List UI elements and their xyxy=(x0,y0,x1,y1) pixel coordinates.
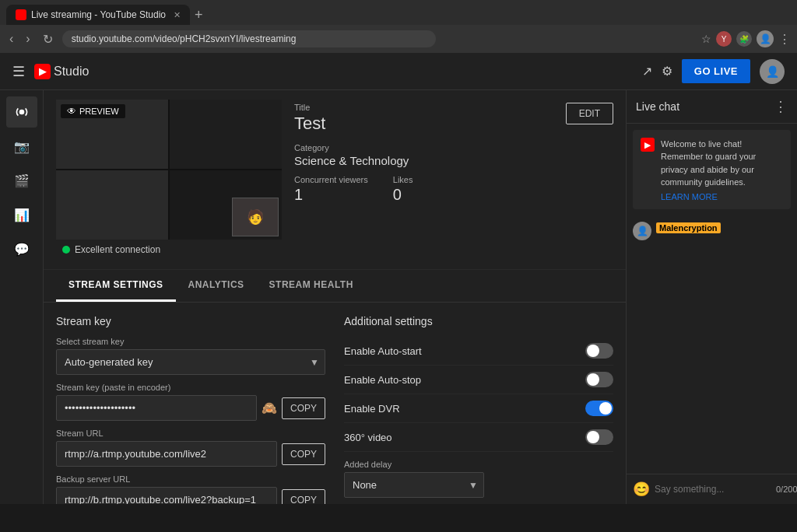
select-stream-key-group: Select stream key Auto-generated key ▼ xyxy=(56,337,325,375)
emoji-button[interactable]: 😊 xyxy=(633,481,650,498)
viewers-value: 1 xyxy=(294,186,368,204)
360-label: 360° video xyxy=(344,432,392,443)
tab-title: Live streaming - YouTube Studio xyxy=(31,9,166,20)
yt-badge: ▶ xyxy=(34,64,51,79)
stream-url-input[interactable] xyxy=(56,441,277,467)
360-knob xyxy=(587,431,599,443)
bookmark-icon[interactable]: ☆ xyxy=(701,33,711,45)
stream-key-input[interactable] xyxy=(56,395,257,421)
backup-url-label: Backup server URL xyxy=(56,474,325,484)
select-key-label: Select stream key xyxy=(56,337,325,346)
dvr-label: Enable DVR xyxy=(344,403,400,415)
360-toggle[interactable] xyxy=(585,429,613,445)
sidebar: 📷 🎬 📊 💬 xyxy=(0,90,44,504)
new-tab-button[interactable]: + xyxy=(190,7,208,23)
360-video-row: 360° video xyxy=(344,423,613,452)
settings-button[interactable]: ⚙ xyxy=(662,64,672,79)
auto-stop-knob xyxy=(587,373,599,386)
chat-messages: 👤 Malencryption xyxy=(627,215,797,474)
sidebar-item-content[interactable]: 🎬 xyxy=(6,165,37,196)
tab-stream-health[interactable]: STREAM HEALTH xyxy=(257,270,366,302)
preview-section: 👁 PREVIEW 🧑 Excellent connection xyxy=(44,90,626,270)
copy-url-button[interactable]: COPY xyxy=(282,443,325,465)
user-avatar[interactable]: 👤 xyxy=(760,59,785,84)
stream-key-group: Stream key (paste in encoder) 🙈 COPY xyxy=(56,383,325,421)
viewers-label: Concurrent viewers xyxy=(294,175,368,184)
ext-icon-2[interactable]: 🧩 xyxy=(736,31,752,47)
likes-value: 0 xyxy=(393,186,413,204)
edit-button[interactable]: EDIT xyxy=(566,103,613,124)
auto-start-row: Enable Auto-start xyxy=(344,337,613,366)
copy-key-button[interactable]: COPY xyxy=(282,397,325,419)
category-value: Science & Technology xyxy=(294,154,613,167)
sidebar-item-analytics[interactable]: 📊 xyxy=(6,199,37,230)
chat-title: Live chat xyxy=(636,100,679,113)
welcome-text: Welcome to live chat! Remember to guard … xyxy=(661,139,756,187)
left-column: Stream key Select stream key Auto-genera… xyxy=(56,315,344,504)
preview-label: 👁 PREVIEW xyxy=(61,104,125,118)
hamburger-button[interactable]: ☰ xyxy=(12,63,25,80)
header-right: ↗ ⚙ GO LIVE 👤 xyxy=(642,59,785,84)
sidebar-item-camera[interactable]: 📷 xyxy=(6,131,37,162)
preview-text: PREVIEW xyxy=(79,107,119,116)
stream-info: Title Test EDIT Category Science & Techn… xyxy=(294,100,613,260)
chat-more-button[interactable]: ⋮ xyxy=(774,98,788,115)
toggle-visibility-icon[interactable]: 🙈 xyxy=(262,401,277,415)
auto-stop-toggle[interactable] xyxy=(585,372,613,387)
center-content: 👁 PREVIEW 🧑 Excellent connection xyxy=(44,90,626,504)
stream-key-title: Stream key xyxy=(56,315,325,327)
stream-title: Test xyxy=(294,114,325,134)
back-button[interactable]: ‹ xyxy=(6,30,16,47)
backup-url-input[interactable] xyxy=(56,487,277,504)
stream-key-select[interactable]: Auto-generated key xyxy=(56,349,325,375)
right-column: Additional settings Enable Auto-start En… xyxy=(344,315,613,504)
connection-dot xyxy=(62,246,70,254)
stream-url-group: Stream URL COPY xyxy=(56,429,325,467)
preview-cell-4: 🧑 xyxy=(170,170,282,240)
add-settings-title: Additional settings xyxy=(344,315,613,327)
auto-start-knob xyxy=(587,345,599,357)
added-delay-group: Added delay None ▼ xyxy=(344,460,613,498)
browser-chrome: Live streaming - YouTube Studio ✕ + ‹ › … xyxy=(0,0,797,53)
backup-url-group: Backup server URL COPY xyxy=(56,474,325,504)
tab-navigation: STREAM SETTINGS ANALYTICS STREAM HEALTH xyxy=(44,270,626,303)
copy-backup-button[interactable]: COPY xyxy=(282,489,325,505)
connection-text: Excellent connection xyxy=(75,244,160,255)
active-tab[interactable]: Live streaming - YouTube Studio ✕ xyxy=(6,5,190,25)
message-username: Malencryption xyxy=(656,222,721,233)
delay-select[interactable]: None xyxy=(344,472,484,498)
yt-small-icon: ▶ xyxy=(641,138,655,152)
tab-stream-settings[interactable]: STREAM SETTINGS xyxy=(56,270,176,302)
forward-button[interactable]: › xyxy=(23,30,33,47)
go-live-button[interactable]: GO LIVE xyxy=(682,59,750,83)
reload-button[interactable]: ↻ xyxy=(40,30,56,48)
sidebar-item-comments[interactable]: 💬 xyxy=(6,233,37,264)
tab-close-icon[interactable]: ✕ xyxy=(174,10,181,20)
preview-video: 🧑 xyxy=(56,100,282,240)
learn-more-link[interactable]: LEARN MORE xyxy=(661,192,783,201)
chat-header: Live chat ⋮ xyxy=(627,90,797,124)
app-header: ☰ ▶ Studio ↗ ⚙ GO LIVE 👤 xyxy=(0,53,797,90)
tab-analytics[interactable]: ANALYTICS xyxy=(176,270,257,302)
sidebar-item-live[interactable] xyxy=(6,96,37,128)
likes-label: Likes xyxy=(393,175,413,184)
share-button[interactable]: ↗ xyxy=(642,64,652,79)
chat-input[interactable] xyxy=(655,484,771,495)
connection-status: Excellent connection xyxy=(56,240,282,260)
tab-bar: Live streaming - YouTube Studio ✕ + xyxy=(0,0,797,25)
auto-stop-label: Enable Auto-stop xyxy=(344,374,421,386)
live-chat-panel: Live chat ⋮ ▶ Welcome to live chat! Reme… xyxy=(626,90,797,504)
char-count: 0/200 xyxy=(776,485,797,494)
preview-cell-3 xyxy=(56,170,168,240)
dvr-toggle[interactable] xyxy=(585,401,613,416)
ext-icon-1[interactable]: Y xyxy=(716,31,732,47)
message-content: Malencryption xyxy=(656,222,721,240)
settings-content: Stream key Select stream key Auto-genera… xyxy=(44,303,626,504)
stream-url-label: Stream URL xyxy=(56,429,325,438)
address-input[interactable] xyxy=(62,30,436,47)
profile-icon[interactable]: 👤 xyxy=(757,30,774,47)
menu-dots-icon[interactable]: ⋮ xyxy=(778,32,791,47)
address-bar: ‹ › ↻ ☆ Y 🧩 👤 ⋮ xyxy=(0,25,797,53)
category-label: Category xyxy=(294,143,613,152)
auto-start-toggle[interactable] xyxy=(585,343,613,359)
